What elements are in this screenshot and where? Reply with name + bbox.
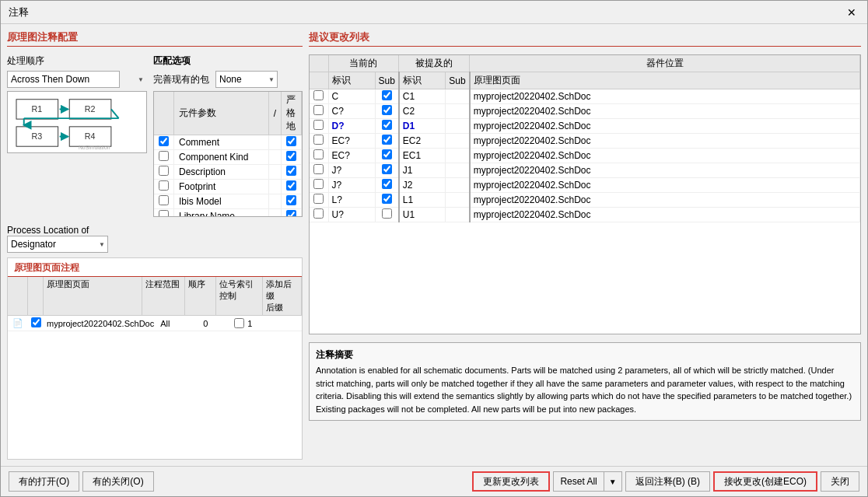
param-checkbox[interactable] (159, 166, 169, 176)
suggestion-row-checkbox[interactable] (313, 164, 324, 174)
suggestion-row-check-cell[interactable] (310, 193, 328, 208)
footer-left: 有的打开(O) 有的关闭(O) (9, 471, 154, 492)
param-checkbox[interactable] (159, 180, 169, 191)
suggestion-row-check-cell[interactable] (310, 208, 328, 222)
suggestion-row-checkbox[interactable] (313, 90, 324, 100)
suggestion-sub-checkbox[interactable] (382, 105, 392, 115)
suggestion-sub-checkbox[interactable] (382, 179, 392, 189)
update-list-button[interactable]: 更新更改列表 (472, 471, 550, 492)
suggestion-sub-checkbox[interactable] (382, 149, 392, 159)
sheet-row-auto-checkbox[interactable] (234, 318, 244, 328)
suggestion-schematic: myproject20220402.SchDoc (470, 149, 860, 163)
dialog-body: 原理图注释配置 处理顺序 Across Then Down Down Then … (1, 24, 867, 466)
suggestion-sub-suggested-cell (446, 208, 470, 222)
sheet-row-check[interactable] (28, 316, 44, 331)
order-select[interactable]: Across Then Down Down Then Across Up The… (7, 71, 120, 88)
param-strict-cell[interactable] (282, 165, 302, 180)
open-all-button[interactable]: 有的打开(O) (9, 471, 79, 492)
close-all-button[interactable]: 有的关闭(O) (82, 471, 153, 492)
suggestion-sub-current-cell[interactable] (375, 104, 399, 119)
param-strict-checkbox[interactable] (286, 151, 296, 161)
param-checkbox[interactable] (159, 136, 169, 146)
suggestion-subheader-row: 标识 Sub 标识 Sub 原理图页面 (310, 72, 860, 89)
suggestion-row-check-cell[interactable] (310, 89, 328, 104)
suggestion-sub-current-cell[interactable] (375, 89, 399, 104)
suggestion-designator-current: J? (328, 163, 375, 178)
suggestion-sub-current-cell[interactable] (375, 119, 399, 134)
suggestion-schematic: myproject20220402.SchDoc (470, 89, 860, 104)
param-checkbox[interactable] (159, 151, 169, 161)
suggestion-sub-current-cell[interactable] (375, 134, 399, 149)
svg-text:R2: R2 (85, 104, 96, 114)
suggestion-sub-current-cell[interactable] (375, 163, 399, 178)
param-check-cell[interactable] (154, 194, 174, 209)
suggestion-row-check-cell[interactable] (310, 119, 328, 134)
param-strict-cell[interactable] (282, 150, 302, 165)
param-check-cell[interactable] (154, 165, 174, 180)
suggestion-sub-current-cell[interactable] (375, 208, 399, 222)
suggestion-row-checkbox[interactable] (313, 194, 324, 204)
suggestion-sub-checkbox[interactable] (382, 90, 392, 100)
param-check-cell[interactable] (154, 180, 174, 194)
param-strict-cell[interactable] (282, 135, 302, 150)
suggestion-designator-suggested: L1 (399, 193, 446, 208)
sheet-th-suffix-val: 后缀 (266, 302, 298, 313)
matching-select[interactable]: None By Net All (215, 71, 278, 88)
sheet-row-name: myproject20220402.SchDoc (44, 317, 157, 330)
close-dialog-button[interactable]: 关闭 (821, 471, 859, 492)
param-strict-cell[interactable] (282, 180, 302, 194)
sheet-checkbox[interactable] (31, 317, 41, 327)
suggestion-sub-current-cell[interactable] (375, 149, 399, 163)
param-checkbox[interactable] (159, 195, 169, 205)
close-window-button[interactable]: ✕ (844, 5, 859, 20)
param-strict-checkbox[interactable] (286, 166, 296, 176)
suggestion-row-checkbox[interactable] (313, 149, 324, 159)
param-check-cell[interactable] (154, 209, 174, 218)
param-checkbox[interactable] (159, 210, 169, 217)
suggestion-sub-current-cell[interactable] (375, 178, 399, 193)
suggestion-sub-checkbox[interactable] (382, 120, 392, 130)
param-slash-col (268, 165, 281, 180)
sheet-section: 原理图页面注程 原理图页面 注程范围 顺序 位号索引 控制 添加后缀 后缀 (7, 257, 303, 460)
process-location-select[interactable]: Designator Physical (7, 236, 108, 253)
th-suggested: 被提及的 (399, 55, 470, 72)
right-section-title: 提议更改列表 (309, 30, 861, 47)
suggestion-sub-current-cell[interactable] (375, 193, 399, 208)
suggestion-row-checkbox[interactable] (313, 135, 324, 145)
suggestion-row-check-cell[interactable] (310, 134, 328, 149)
suggestion-row-checkbox[interactable] (313, 105, 324, 115)
suggestion-designator-suggested: EC2 (399, 134, 446, 149)
suggestion-row-checkbox[interactable] (313, 208, 324, 219)
suggestion-sub-checkbox[interactable] (382, 164, 392, 174)
param-strict-checkbox[interactable] (286, 180, 296, 191)
suggestion-row-check-cell[interactable] (310, 104, 328, 119)
suggestion-designator-current: C? (328, 104, 375, 119)
reset-dropdown-button[interactable]: ▼ (604, 471, 622, 492)
param-row: Ibis Model (154, 194, 302, 209)
param-strict-checkbox[interactable] (286, 210, 296, 217)
right-panel: 提议更改列表 当前的 被提及的 器件位置 标识 Su (309, 30, 861, 460)
back-annotate-button[interactable]: 返回注释(B) (B) (625, 471, 710, 492)
suggestion-schematic: myproject20220402.SchDoc (470, 163, 860, 178)
suggestion-sub-checkbox[interactable] (382, 135, 392, 145)
param-strict-checkbox[interactable] (286, 136, 296, 146)
params-th-strict: 严格地 (282, 92, 302, 135)
params-table-container: 元件参数 / 严格地 Comment (153, 91, 303, 217)
suggestion-sub-checkbox[interactable] (382, 194, 392, 204)
suggestion-row-check-cell[interactable] (310, 178, 328, 193)
param-check-cell[interactable] (154, 150, 174, 165)
suggestion-row-checkbox[interactable] (313, 120, 324, 130)
suggestion-row-check-cell[interactable] (310, 149, 328, 163)
suggestion-sub-suggested-cell (446, 134, 470, 149)
suggestion-sub-checkbox[interactable] (382, 208, 392, 219)
suggestion-schematic: myproject20220402.SchDoc (470, 134, 860, 149)
suggestion-row-check-cell[interactable] (310, 163, 328, 178)
param-strict-checkbox[interactable] (286, 195, 296, 205)
reset-all-button[interactable]: Reset All (553, 471, 603, 492)
param-check-cell[interactable] (154, 135, 174, 150)
param-strict-cell[interactable] (282, 209, 302, 218)
accept-changes-button[interactable]: 接收更改(创建ECO) (713, 471, 817, 492)
suggestion-row-checkbox[interactable] (313, 179, 324, 189)
param-strict-cell[interactable] (282, 194, 302, 209)
suggestion-sub-suggested-cell (446, 149, 470, 163)
